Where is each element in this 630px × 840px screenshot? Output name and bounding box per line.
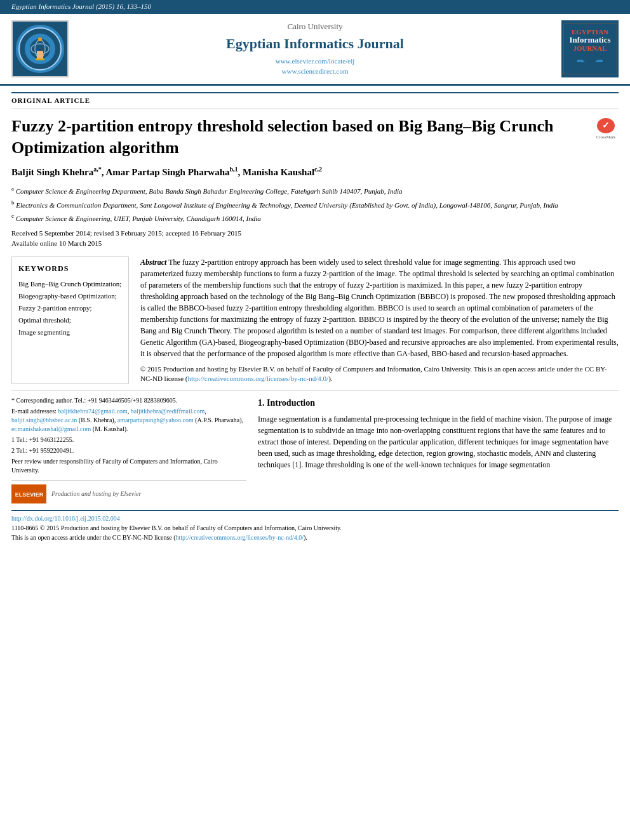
elsevier-logo-section: ELSEVIER Production and hosting by Elsev… (11, 480, 246, 503)
author3-name: , Manisha Kaushal (238, 167, 314, 177)
journal-title: Egyptian Informatics Journal (75, 34, 555, 54)
keyword-4: Optimal threshold; (18, 316, 122, 326)
tel1-note: 1 Tel.: +91 9463122255. (11, 436, 246, 444)
author1-name: Baljit Singh Khehra (11, 167, 93, 177)
email-label: E-mail addresses: (11, 408, 57, 415)
intro-text: Image segmentation is a fundamental pre-… (258, 413, 619, 470)
email-link1[interactable]: baljitkhebra74@gmail.com (58, 408, 127, 415)
peer-review-note: Peer review under responsibility of Facu… (11, 457, 246, 475)
journal-center-info: Cairo University Egyptian Informatics Jo… (75, 21, 555, 77)
tel2-note: 2 Tel.: +91 9592200491. (11, 446, 246, 455)
abstract-section: Abstract The fuzzy 2-partition entropy a… (140, 257, 619, 384)
university-name: Cairo University (75, 21, 555, 33)
affiliation-c: c Computer Science & Engineering, UIET, … (11, 212, 619, 223)
footer-issn: 1110-8665 © 2015 Production and hosting … (11, 523, 619, 533)
main-content: ORIGINAL ARTICLE Fuzzy 2-partition entro… (0, 86, 630, 503)
received-date: Received 5 September 2014; revised 3 Feb… (11, 229, 241, 237)
keyword-2: Biogeography-based Optimization; (18, 291, 122, 302)
keyword-3: Fuzzy 2-partition entropy; (18, 303, 122, 314)
email-link4[interactable]: amarpartapsingh@yahoo.com (117, 417, 194, 423)
crossmark-badge: ✓ CrossMark (593, 118, 619, 140)
keyword-1: Big Bang–Big Crunch Optimization; (18, 279, 122, 290)
author2-name: , Amar Partap Singh Pharwaha (102, 167, 230, 177)
affiliations: a Computer Science & Engineering Departm… (11, 185, 619, 223)
abstract-copyright-url[interactable]: http://creativecommons.org/licenses/by-n… (188, 375, 329, 382)
page-footer: http://dx.doi.org/10.1016/j.eij.2015.02.… (11, 510, 619, 542)
affiliation-a: a Computer Science & Engineering Departm… (11, 185, 619, 196)
journal-url1[interactable]: www.elsevier.com/locate/eij (75, 57, 555, 67)
authors-line: Baljit Singh Khehraa,*, Amar Partap Sing… (11, 164, 619, 180)
affiliation-b: b Electronics & Communication Department… (11, 199, 619, 210)
footer-oa: This is an open access article under the… (11, 533, 619, 542)
introduction-column: 1. Introduction Image segmentation is a … (258, 396, 619, 503)
university-logo-circle (15, 23, 65, 74)
abstract-label: Abstract (140, 258, 166, 267)
journal-reference-text: Egyptian Informatics Journal (2015) 16, … (11, 3, 151, 10)
keywords-box: KEYWORDS Big Bang–Big Crunch Optimizatio… (11, 257, 129, 384)
university-logo (11, 20, 69, 77)
elsevier-logo-icon: ELSEVIER (11, 484, 46, 503)
dates-line: Received 5 September 2014; revised 3 Feb… (11, 229, 619, 249)
journal-urls: www.elsevier.com/locate/eij www.scienced… (75, 57, 555, 77)
article-type: ORIGINAL ARTICLE (11, 92, 619, 109)
corresponding-note: * Corresponding author. Tel.: +91 946344… (11, 396, 246, 405)
available-date: Available online 10 March 2015 (11, 239, 102, 247)
article-title: Fuzzy 2-partition entropy threshold sele… (11, 116, 588, 159)
bottom-section: * Corresponding author. Tel.: +91 946344… (11, 390, 619, 503)
keywords-title: KEYWORDS (18, 263, 122, 274)
article-title-row: Fuzzy 2-partition entropy threshold sele… (11, 116, 619, 159)
svg-text:ELSEVIER: ELSEVIER (15, 491, 43, 498)
svg-point-5 (38, 37, 42, 41)
email-link2[interactable]: baljitkhebra@rediffmail.com (131, 408, 204, 415)
svg-rect-6 (37, 51, 43, 58)
journal-logo-right: EGYPTIAN Informatics JOURNAL (561, 20, 619, 77)
elsevier-production-text: Production and hosting by Elsevier (51, 490, 141, 498)
author2-sup: b,1 (230, 166, 238, 173)
keyword-5: Image segmenting (18, 328, 122, 338)
email-link3[interactable]: baljit.singh@bbsbec.ac.in (11, 417, 77, 423)
email-link5[interactable]: er.manishakaushal@gmail.com (11, 425, 91, 432)
crossmark-label: CrossMark (596, 134, 615, 140)
journal-header: Cairo University Egyptian Informatics Jo… (0, 14, 630, 86)
author3-sup: c,2 (314, 166, 322, 173)
doi-line: http://dx.doi.org/10.1016/j.eij.2015.02.… (11, 514, 619, 523)
author1-sup: a,* (93, 166, 102, 173)
abstract-text: The fuzzy 2-partition entropy approach h… (140, 258, 619, 358)
abstract-copyright: © 2015 Production and hosting by Elsevie… (140, 364, 619, 384)
keywords-abstract-section: KEYWORDS Big Bang–Big Crunch Optimizatio… (11, 257, 619, 384)
footer-oa-url[interactable]: http://creativecommons.org/licenses/by-n… (176, 534, 304, 541)
journal-url2[interactable]: www.sciencedirect.com (75, 67, 555, 77)
email-note: E-mail addresses: baljitkhebra74@gmail.c… (11, 407, 246, 434)
doi-link[interactable]: http://dx.doi.org/10.1016/j.eij.2015.02.… (11, 515, 120, 522)
intro-section-title: 1. Introduction (258, 396, 619, 410)
footnotes-column: * Corresponding author. Tel.: +91 946344… (11, 396, 246, 503)
crossmark-icon: ✓ (597, 118, 615, 133)
journal-reference-bar: Egyptian Informatics Journal (2015) 16, … (0, 0, 630, 14)
svg-rect-7 (36, 58, 44, 60)
